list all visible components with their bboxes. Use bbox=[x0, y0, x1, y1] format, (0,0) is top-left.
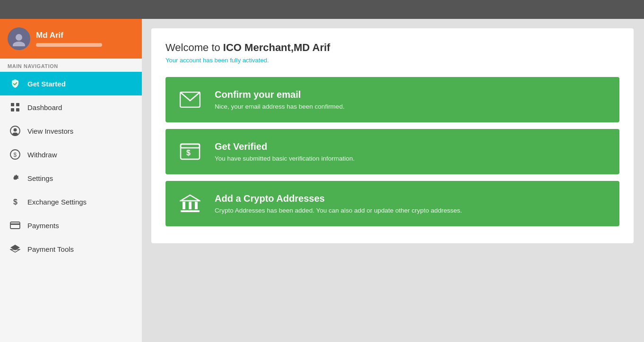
sidebar-item-settings[interactable]: Settings bbox=[0, 166, 142, 190]
svg-rect-24 bbox=[181, 210, 200, 212]
main-layout: Md Arif MAIN NAVIGATION Get Started bbox=[0, 19, 644, 342]
user-info: Md Arif bbox=[36, 31, 102, 47]
dollar-circle-icon: $ bbox=[9, 149, 21, 160]
svg-text:$: $ bbox=[13, 198, 17, 206]
svg-rect-12 bbox=[10, 222, 20, 229]
sidebar-item-label: Exchange Settings bbox=[27, 198, 87, 206]
sidebar-item-label: Settings bbox=[27, 174, 53, 182]
step-title: Add a Crypto Addresses bbox=[215, 193, 462, 204]
step-confirm-email[interactable]: Confirm your email Nice, your email addr… bbox=[165, 77, 619, 122]
verified-badge-icon: $ bbox=[177, 138, 203, 165]
svg-rect-13 bbox=[10, 223, 20, 225]
welcome-bold: ICO Merchant,MD Arif bbox=[223, 42, 331, 53]
username: Md Arif bbox=[36, 31, 102, 40]
sidebar-item-get-started[interactable]: Get Started bbox=[0, 72, 142, 95]
sidebar-item-label: Dashboard bbox=[27, 103, 62, 111]
avatar bbox=[8, 27, 30, 50]
welcome-title: Welcome to ICO Merchant,MD Arif bbox=[165, 42, 619, 54]
step-title: Get Verified bbox=[215, 141, 355, 152]
layers-icon bbox=[9, 243, 21, 255]
sidebar-item-payment-tools[interactable]: Payment Tools bbox=[0, 237, 142, 261]
step-text-group: Get Verified You have submitted basic ve… bbox=[215, 141, 355, 162]
person-circle-icon bbox=[9, 125, 21, 137]
step-add-crypto[interactable]: Add a Crypto Addresses Crypto Addresses … bbox=[165, 181, 619, 226]
svg-rect-22 bbox=[189, 202, 191, 209]
step-get-verified[interactable]: $ Get Verified You have submitted basic … bbox=[165, 129, 619, 174]
svg-text:$: $ bbox=[186, 149, 191, 157]
top-bar bbox=[0, 0, 644, 19]
svg-point-7 bbox=[14, 128, 17, 132]
welcome-prefix: Welcome to bbox=[165, 42, 223, 53]
svg-rect-2 bbox=[11, 103, 14, 106]
svg-point-8 bbox=[12, 133, 18, 136]
step-title: Confirm your email bbox=[215, 89, 345, 100]
sidebar-item-exchange-settings[interactable]: $ Exchange Settings bbox=[0, 190, 142, 214]
svg-point-0 bbox=[16, 34, 22, 41]
sidebar-item-dashboard[interactable]: Dashboard bbox=[0, 95, 142, 119]
step-desc: Nice, your email address has been confir… bbox=[215, 103, 345, 110]
sidebar-item-label: Payments bbox=[27, 222, 59, 230]
svg-rect-18 bbox=[181, 144, 200, 148]
sidebar-item-view-investors[interactable]: View Investors bbox=[0, 119, 142, 143]
sidebar-item-label: Payment Tools bbox=[27, 245, 74, 253]
step-text-group: Add a Crypto Addresses Crypto Addresses … bbox=[215, 193, 462, 214]
grid-icon bbox=[9, 102, 21, 113]
step-text-group: Confirm your email Nice, your email addr… bbox=[215, 89, 345, 110]
sidebar-item-payments[interactable]: Payments bbox=[0, 214, 142, 237]
credit-card-icon bbox=[9, 220, 21, 231]
gear-icon bbox=[9, 172, 21, 184]
svg-point-1 bbox=[13, 42, 25, 46]
svg-text:$: $ bbox=[14, 152, 17, 158]
sidebar-item-label: View Investors bbox=[27, 127, 73, 135]
shield-check-icon bbox=[9, 78, 21, 89]
sidebar-user-header: Md Arif bbox=[0, 19, 142, 59]
welcome-subtitle: Your account has been fully activated. bbox=[165, 57, 619, 64]
svg-rect-23 bbox=[195, 202, 198, 209]
svg-rect-4 bbox=[11, 108, 14, 111]
sidebar-item-label: Withdraw bbox=[27, 151, 57, 159]
sidebar-item-withdraw[interactable]: $ Withdraw bbox=[0, 143, 142, 166]
svg-marker-20 bbox=[181, 195, 200, 201]
envelope-icon bbox=[177, 86, 203, 113]
bank-icon bbox=[177, 190, 203, 217]
dollar-sign-icon: $ bbox=[9, 196, 21, 207]
sidebar-item-label: Get Started bbox=[27, 80, 66, 88]
content-card: Welcome to ICO Merchant,MD Arif Your acc… bbox=[151, 28, 634, 243]
step-desc: Crypto Addresses has been added. You can… bbox=[215, 207, 462, 214]
sidebar: Md Arif MAIN NAVIGATION Get Started bbox=[0, 19, 142, 342]
svg-rect-21 bbox=[183, 202, 185, 209]
nav-label: MAIN NAVIGATION bbox=[0, 59, 142, 72]
user-avatar-icon bbox=[11, 31, 26, 46]
user-progress-bar bbox=[36, 43, 102, 47]
main-content: Welcome to ICO Merchant,MD Arif Your acc… bbox=[142, 19, 644, 342]
step-desc: You have submitted basic verification in… bbox=[215, 155, 355, 162]
svg-rect-3 bbox=[16, 103, 19, 106]
svg-rect-5 bbox=[16, 108, 19, 111]
